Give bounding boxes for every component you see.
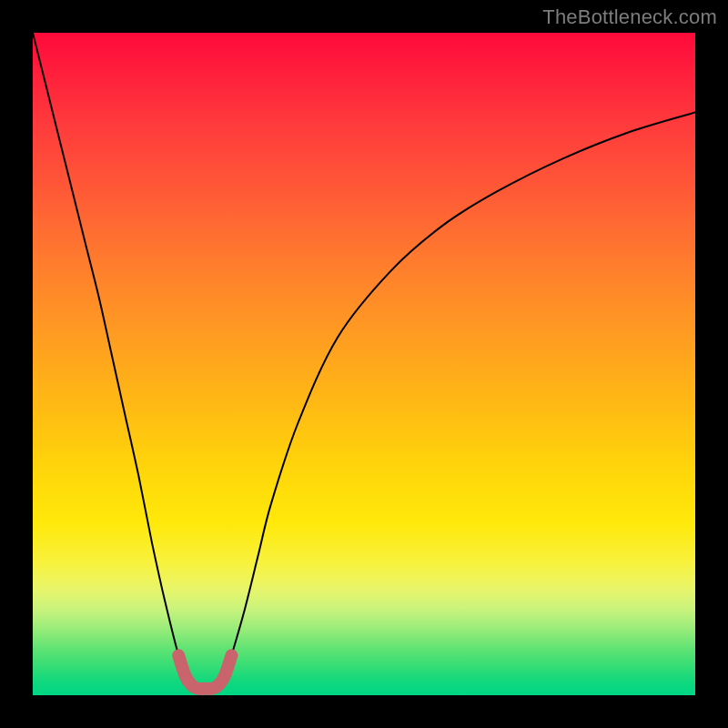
bottleneck-curve	[33, 33, 695, 689]
plot-area	[33, 33, 695, 695]
valley-marker	[178, 655, 231, 689]
chart-frame: TheBottleneck.com	[0, 0, 728, 728]
watermark-label: TheBottleneck.com	[542, 5, 717, 29]
chart-svg	[33, 33, 695, 695]
